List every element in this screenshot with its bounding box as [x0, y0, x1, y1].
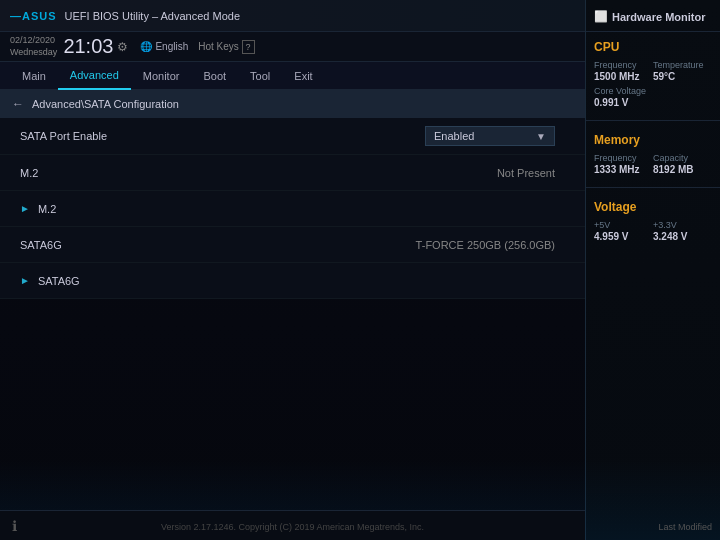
dropdown-arrow-icon: ▼ [536, 131, 546, 142]
cpu-temperature-value: 59°C [653, 71, 712, 82]
m2-value: Not Present [497, 167, 555, 179]
sata6g-expand-row[interactable]: ► SATA6G [0, 263, 585, 299]
monitor-icon: ⬜ [594, 10, 608, 23]
expand-arrow-icon: ► [20, 203, 30, 214]
voltage-5v-col: +5V 4.959 V [594, 220, 653, 242]
datetime-bar: 02/12/2020 Wednesday 21:03 ⚙ 🌐 English H… [0, 32, 585, 62]
info-icon[interactable]: ℹ [12, 518, 17, 534]
voltage-row: +5V 4.959 V +3.3V 3.248 V [594, 220, 712, 242]
memory-frequency-col: Frequency 1333 MHz [594, 153, 653, 175]
last-modified-label: Last Modified [658, 522, 712, 532]
back-arrow-icon[interactable]: ← [12, 97, 24, 111]
memory-row: Frequency 1333 MHz Capacity 8192 MB [594, 153, 712, 175]
header-title: UEFI BIOS Utility – Advanced Mode [65, 10, 240, 22]
cpu-temperature-col: Temperature 59°C [653, 60, 712, 82]
nav-item-advanced[interactable]: Advanced [58, 62, 131, 90]
cpu-section: CPU Frequency 1500 MHz Temperature 59°C … [586, 32, 720, 116]
memory-section: Memory Frequency 1333 MHz Capacity 8192 … [586, 125, 720, 183]
language-selector[interactable]: 🌐 English [140, 41, 188, 52]
settings-icon[interactable]: ⚙ [117, 40, 128, 54]
hw-monitor-title: Hardware Monitor [612, 11, 706, 23]
voltage-33v-col: +3.3V 3.248 V [653, 220, 712, 242]
memory-divider [586, 187, 720, 188]
cpu-temperature-label: Temperature [653, 60, 712, 70]
content-area: SATA Port Enable Enabled ▼ M.2 Not Prese… [0, 118, 585, 299]
sata6g-device-row: SATA6G T-FORCE 250GB (256.0GB) [0, 227, 585, 263]
cpu-core-voltage-col: Core Voltage 0.991 V [594, 86, 712, 108]
cpu-freq-temp-row: Frequency 1500 MHz Temperature 59°C [594, 60, 712, 82]
nav-item-tool[interactable]: Tool [238, 62, 282, 90]
sata6g-device-value: T-FORCE 250GB (256.0GB) [416, 239, 555, 251]
voltage-section: Voltage +5V 4.959 V +3.3V 3.248 V [586, 192, 720, 250]
breadcrumb-path: Advanced\SATA Configuration [32, 98, 179, 110]
header: —ASUS UEFI BIOS Utility – Advanced Mode [0, 0, 585, 32]
nav-item-monitor[interactable]: Monitor [131, 62, 192, 90]
voltage-5v-value: 4.959 V [594, 231, 653, 242]
voltage-section-title: Voltage [594, 200, 712, 214]
memory-capacity-value: 8192 MB [653, 164, 712, 175]
nav-item-main[interactable]: Main [10, 62, 58, 90]
globe-icon: 🌐 [140, 41, 152, 52]
sata6g-expand-label: SATA6G [38, 275, 80, 287]
sata-port-enable-row: SATA Port Enable Enabled ▼ [0, 118, 585, 155]
main-area: —ASUS UEFI BIOS Utility – Advanced Mode … [0, 0, 585, 540]
cpu-section-title: CPU [594, 40, 712, 54]
cpu-frequency-label: Frequency [594, 60, 653, 70]
hotkeys-label: Hot Keys ? [198, 41, 254, 52]
nav-item-exit[interactable]: Exit [282, 62, 324, 90]
cpu-frequency-value: 1500 MHz [594, 71, 653, 82]
time-display: 21:03 [63, 35, 113, 58]
asus-logo: —ASUS [10, 10, 57, 22]
m2-expand-row[interactable]: ► M.2 [0, 191, 585, 227]
voltage-33v-value: 3.248 V [653, 231, 712, 242]
nav-item-boot[interactable]: Boot [191, 62, 238, 90]
memory-section-title: Memory [594, 133, 712, 147]
cpu-divider [586, 120, 720, 121]
sata-port-enable-label: SATA Port Enable [20, 130, 425, 142]
cpu-voltage-row: Core Voltage 0.991 V [594, 86, 712, 108]
memory-frequency-label: Frequency [594, 153, 653, 163]
date-display: 02/12/2020 Wednesday [10, 35, 57, 58]
memory-capacity-label: Capacity [653, 153, 712, 163]
voltage-33v-label: +3.3V [653, 220, 712, 230]
breadcrumb: ← Advanced\SATA Configuration [0, 90, 585, 118]
memory-frequency-value: 1333 MHz [594, 164, 653, 175]
voltage-5v-label: +5V [594, 220, 653, 230]
sata6g-label: SATA6G [20, 239, 416, 251]
memory-capacity-col: Capacity 8192 MB [653, 153, 712, 175]
expand-arrow-icon-2: ► [20, 275, 30, 286]
cpu-core-voltage-label: Core Voltage [594, 86, 712, 96]
m2-expand-label: M.2 [38, 203, 56, 215]
cpu-core-voltage-value: 0.991 V [594, 97, 712, 108]
m2-status-row: M.2 Not Present [0, 155, 585, 191]
cpu-frequency-col: Frequency 1500 MHz [594, 60, 653, 82]
hw-monitor-header: ⬜ Hardware Monitor [586, 0, 720, 32]
version-text: Version 2.17.1246. Copyright (C) 2019 Am… [161, 522, 424, 532]
nav-bar: Main Advanced Monitor Boot Tool Exit [0, 62, 585, 90]
sata-port-enable-dropdown[interactable]: Enabled ▼ [425, 126, 555, 146]
m2-label: M.2 [20, 167, 497, 179]
language-label: English [155, 41, 188, 52]
right-panel: ⬜ Hardware Monitor CPU Frequency 1500 MH… [585, 0, 720, 540]
